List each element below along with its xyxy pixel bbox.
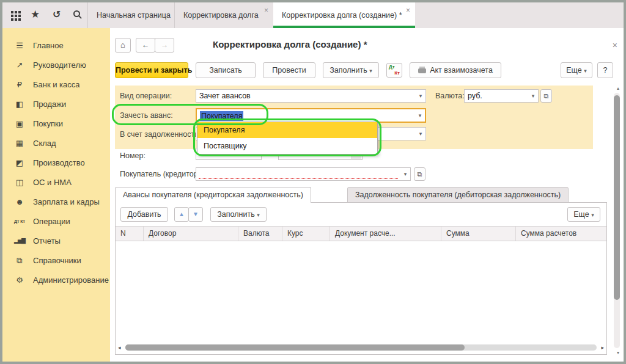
- buyer-open-button[interactable]: ⧉: [414, 167, 425, 181]
- open-icon: ⧉: [544, 92, 549, 100]
- dropdown-option-supplier[interactable]: Поставщику: [197, 138, 377, 154]
- advance-label: Зачесть аванс:: [120, 111, 173, 120]
- sidebar-item-fixed-assets[interactable]: ◫ ОС и НМА: [2, 172, 110, 192]
- back-button[interactable]: ←: [136, 38, 155, 53]
- forward-button[interactable]: →: [155, 38, 174, 53]
- tab-label: Начальная страница: [97, 11, 171, 20]
- sidebar-item-purchases[interactable]: ▣ Покупки: [2, 114, 110, 133]
- scroll-down-icon[interactable]: ▾: [617, 350, 619, 355]
- chevron-down-icon: ▾: [591, 212, 594, 218]
- column-header-n[interactable]: N: [116, 227, 144, 241]
- tab-home-page[interactable]: Начальная страница: [87, 2, 174, 28]
- advance-combobox[interactable]: Покупателя ▾: [196, 108, 426, 123]
- sidebar-item-directories[interactable]: ⧉ Справочники: [2, 250, 110, 270]
- help-button[interactable]: ?: [597, 62, 613, 78]
- tab-close-icon[interactable]: ×: [264, 6, 268, 15]
- arrow-up-icon: ▲: [179, 211, 185, 217]
- sidebar-item-warehouse[interactable]: ▦ Склад: [2, 133, 110, 153]
- buyer-combobox[interactable]: ▾: [196, 167, 411, 181]
- sidebar-item-bank-cash[interactable]: ₽ Банк и касса: [2, 75, 110, 94]
- history-icon[interactable]: ↺: [53, 9, 61, 20]
- number-label: Номер:: [120, 151, 145, 160]
- sidebar-item-salary-hr[interactable]: ☻ Зарплата и кадры: [2, 192, 110, 211]
- sidebar-item-sales[interactable]: ◧ Продажи: [2, 94, 110, 114]
- person-icon: ☻: [12, 198, 27, 205]
- more-button[interactable]: Еще ▾: [561, 62, 592, 78]
- ruble-icon: ₽: [12, 81, 27, 88]
- currency-value: руб.: [468, 92, 482, 100]
- write-button[interactable]: Записать: [196, 62, 256, 78]
- advances-table-panel: Добавить ▲ ▼ Заполнить ▾ Еще ▾ N Договор…: [115, 202, 607, 355]
- kt-label: Кт: [394, 70, 400, 76]
- search-icon[interactable]: [73, 10, 80, 17]
- horizontal-scrollbar[interactable]: [125, 344, 597, 351]
- column-header-currency[interactable]: Валюта: [238, 227, 282, 241]
- horizontal-scrollbar-thumb[interactable]: [125, 344, 465, 351]
- sidebar-item-operations[interactable]: Дт Кт Операции: [2, 211, 110, 231]
- chevron-down-icon: ▾: [257, 212, 260, 218]
- chevron-down-icon[interactable]: ▾: [415, 109, 425, 122]
- post-button[interactable]: Провести: [263, 62, 315, 78]
- chevron-down-icon: ▾: [584, 68, 587, 74]
- column-header-contract[interactable]: Договор: [144, 227, 238, 241]
- dt-label: Дт: [389, 64, 395, 70]
- sidebar-item-manager[interactable]: ↗ Руководителю: [2, 55, 110, 75]
- debt-label: В счет задолженности:: [120, 130, 201, 139]
- chevron-down-icon[interactable]: ▾: [416, 90, 425, 102]
- currency-open-button[interactable]: ⧉: [540, 89, 552, 103]
- tab-buyer-debt[interactable]: Задолженность покупателя (дебиторская за…: [347, 187, 569, 203]
- scroll-left-icon[interactable]: ◂: [118, 344, 121, 351]
- column-header-settlement-amount[interactable]: Сумма расчетов: [516, 227, 606, 241]
- vertical-scrollbar[interactable]: [614, 93, 620, 348]
- add-row-button[interactable]: Добавить: [120, 207, 168, 222]
- chevron-down-icon[interactable]: ▾: [400, 168, 410, 180]
- operation-kind-combobox[interactable]: Зачет авансов ▾: [196, 89, 426, 103]
- table-more-button[interactable]: Еще ▾: [567, 207, 600, 222]
- home-button[interactable]: ⌂: [115, 38, 131, 53]
- table-body-empty: [116, 241, 606, 341]
- page-title: Корректировка долга (создание) *: [213, 39, 367, 49]
- back-arrow-icon: ←: [142, 41, 150, 49]
- sidebar-item-reports[interactable]: ▂▅▇ Отчеты: [2, 231, 110, 250]
- offset-act-button[interactable]: Акт взаимозачета: [410, 62, 501, 78]
- tab-debt-adjustment-new[interactable]: Корректировка долга (создание) * ×: [273, 2, 415, 28]
- column-header-settlement-doc[interactable]: Документ расче...: [330, 227, 441, 241]
- tab-label: Корректировка долга (создание) *: [282, 11, 402, 20]
- chevron-down-icon: ▾: [369, 68, 372, 74]
- tab-debt-adjustment[interactable]: Корректировка долга ×: [174, 2, 273, 28]
- move-down-button[interactable]: ▼: [188, 207, 203, 222]
- application-window: ★ ↺ Начальная страница Корректировка дол…: [0, 0, 626, 364]
- post-and-close-button[interactable]: Провести и закрыть: [115, 62, 188, 78]
- tab-close-icon[interactable]: ×: [406, 6, 410, 15]
- main-menu-icon[interactable]: [11, 11, 13, 13]
- currency-combobox[interactable]: руб. ▾: [464, 89, 539, 103]
- move-up-button[interactable]: ▲: [174, 207, 189, 222]
- gear-icon: ⚙: [12, 277, 27, 283]
- advance-selected-value: Покупателя: [200, 111, 243, 121]
- scroll-right-icon[interactable]: ▸: [601, 344, 604, 351]
- sidebar: ☰ Главное ↗ Руководителю ₽ Банк и касса …: [2, 28, 110, 362]
- tab-buyer-advances[interactable]: Авансы покупателя (кредиторская задолжен…: [115, 187, 311, 203]
- dropdown-option-buyer[interactable]: Покупателя: [197, 122, 377, 138]
- trend-icon: ↗: [12, 62, 27, 68]
- sidebar-item-production[interactable]: ◩ Производство: [2, 153, 110, 172]
- dt-kt-button[interactable]: Дт Кт: [386, 63, 402, 78]
- column-header-rate[interactable]: Курс: [282, 227, 330, 241]
- operation-kind-label: Вид операции:: [120, 92, 172, 100]
- table-fill-button[interactable]: Заполнить ▾: [210, 207, 267, 222]
- chevron-down-icon[interactable]: ▾: [416, 128, 425, 140]
- open-icon: ⧉: [418, 170, 422, 178]
- vertical-scrollbar-thumb[interactable]: [614, 95, 620, 300]
- column-header-amount[interactable]: Сумма: [441, 227, 516, 241]
- menu-icon: ☰: [12, 42, 27, 49]
- fill-button[interactable]: Заполнить ▾: [323, 62, 379, 78]
- sidebar-item-administration[interactable]: ⚙ Администрирование: [2, 270, 110, 289]
- chevron-down-icon[interactable]: ▾: [528, 90, 538, 102]
- currency-label: Валюта:: [435, 92, 465, 100]
- form-close-icon[interactable]: ×: [613, 40, 617, 50]
- scroll-up-icon[interactable]: ▴: [617, 86, 619, 91]
- factory-icon: ◩: [12, 159, 27, 166]
- favorites-icon[interactable]: ★: [31, 8, 40, 21]
- sidebar-item-main[interactable]: ☰ Главное: [2, 35, 110, 55]
- printer-icon: [418, 68, 426, 73]
